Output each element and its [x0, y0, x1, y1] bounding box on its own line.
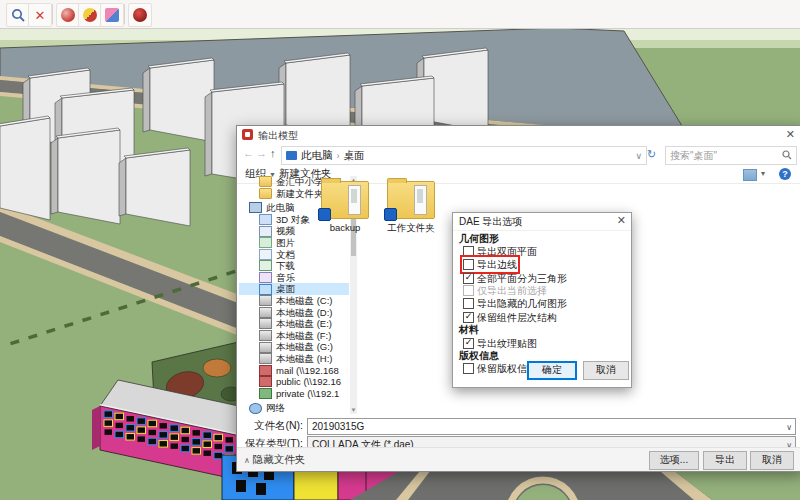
- sidebar-item-label: 音乐: [276, 272, 295, 284]
- sidebar-item[interactable]: 本地磁盘 (E:): [239, 318, 349, 330]
- checkbox-row: 全部平面分为三角形: [459, 271, 627, 284]
- checkbox[interactable]: [463, 298, 474, 309]
- sidebar-item[interactable]: 本地磁盘 (C:): [239, 295, 349, 307]
- paint-tool-icon[interactable]: [78, 3, 102, 27]
- desktop-icon: [259, 284, 272, 295]
- checkbox[interactable]: [463, 312, 474, 323]
- scroll-down-icon[interactable]: ▼: [350, 406, 357, 414]
- view-mode-icon[interactable]: [743, 169, 757, 181]
- sidebar-item[interactable]: 文档: [239, 249, 349, 261]
- options-button[interactable]: 选项...: [649, 451, 699, 470]
- sidebar-item[interactable]: 本地磁盘 (H:): [239, 353, 349, 365]
- close-icon[interactable]: ✕: [617, 214, 626, 227]
- sidebar-item-label: 下载: [276, 260, 295, 272]
- breadcrumb[interactable]: 此电脑 › 桌面 ∨: [281, 146, 647, 165]
- cancel-tool-icon[interactable]: ✕: [28, 3, 52, 27]
- up-icon[interactable]: ↑: [270, 147, 276, 159]
- dialog-titlebar[interactable]: 输出模型 ✕: [237, 126, 800, 144]
- shortcut-badge-icon: [318, 208, 331, 221]
- checkbox[interactable]: [463, 363, 474, 374]
- checkbox[interactable]: [463, 246, 474, 257]
- export-button[interactable]: 导出: [703, 451, 747, 470]
- sidebar-item[interactable]: 图片: [239, 237, 349, 249]
- forward-icon[interactable]: →: [256, 147, 267, 159]
- checkbox-label: 导出边线: [477, 258, 517, 271]
- folder-tile[interactable]: backup: [315, 181, 375, 233]
- dialog-title: 输出模型: [258, 129, 298, 143]
- orbit-tool-icon[interactable]: [56, 3, 80, 27]
- drive-icon: [259, 353, 272, 364]
- address-dropdown-icon[interactable]: ∨: [635, 151, 642, 161]
- chevron-down-icon[interactable]: ∨: [786, 420, 792, 435]
- section-header: 几何图形: [459, 232, 627, 245]
- dae-titlebar[interactable]: DAE 导出选项 ✕: [453, 213, 631, 231]
- checkbox-label: 仅导出当前选择: [477, 284, 547, 297]
- checkbox-label: 导出隐藏的几何图形: [477, 297, 567, 310]
- cancel-button[interactable]: 取消: [750, 451, 794, 470]
- folder-icon: [259, 176, 272, 187]
- ok-button[interactable]: 确定: [527, 361, 577, 380]
- material-tool-icon[interactable]: [128, 3, 152, 27]
- sidebar-item-label: mail (\\192.168: [276, 365, 339, 377]
- sidebar-item-label: private (\\192.1: [276, 388, 339, 400]
- netdrive-red-icon: [259, 365, 272, 376]
- search-icon[interactable]: [782, 150, 792, 162]
- sidebar-item[interactable]: 本地磁盘 (D:): [239, 307, 349, 319]
- netdrive-red-icon: [259, 376, 272, 387]
- sidebar-item[interactable]: private (\\192.1: [239, 388, 349, 400]
- view-caret-icon[interactable]: ▾: [761, 169, 765, 178]
- sidebar-item[interactable]: public (\\192.16: [239, 376, 349, 388]
- dae-options-body: 几何图形导出双面平面导出边线全部平面分为三角形仅导出当前选择导出隐藏的几何图形保…: [459, 232, 627, 375]
- search-input[interactable]: 搜索"桌面": [665, 146, 797, 165]
- breadcrumb-separator: ›: [337, 151, 340, 161]
- sidebar-item-label: 本地磁盘 (C:): [276, 295, 332, 307]
- breadcrumb-current[interactable]: 桌面: [344, 149, 365, 163]
- objects3d-icon: [259, 214, 272, 225]
- documents-icon: [259, 249, 272, 260]
- checkbox-row: 导出隐藏的几何图形: [459, 297, 627, 310]
- checkbox-row: 导出边线: [459, 258, 627, 271]
- sidebar-item[interactable]: 本地磁盘 (G:): [239, 341, 349, 353]
- sidebar-item[interactable]: 本地磁盘 (F:): [239, 330, 349, 342]
- folder-tile[interactable]: 工作文件夹: [381, 181, 441, 235]
- filename-row: 文件名(N): 20190315G ∨: [237, 418, 800, 434]
- help-icon[interactable]: ?: [779, 168, 791, 180]
- sidebar-item-label: 本地磁盘 (H:): [276, 353, 332, 365]
- sidebar-item[interactable]: mail (\\192.168: [239, 365, 349, 377]
- folder-name: backup: [315, 222, 375, 233]
- sidebar-item[interactable]: 下载: [239, 260, 349, 272]
- breadcrumb-root[interactable]: 此电脑: [301, 149, 333, 163]
- export-model-icon: [242, 129, 253, 140]
- back-icon[interactable]: ←: [243, 147, 254, 159]
- hide-folders-button[interactable]: ∧ 隐藏文件夹: [244, 453, 305, 467]
- section-header: 材料: [459, 323, 627, 336]
- dae-cancel-button[interactable]: 取消: [583, 361, 629, 380]
- search-placeholder: 搜索"桌面": [670, 149, 717, 163]
- sidebar-item[interactable]: 音乐: [239, 272, 349, 284]
- music-icon: [259, 272, 272, 283]
- shortcut-badge-icon: [384, 208, 397, 221]
- checkbox[interactable]: [463, 338, 474, 349]
- checkbox-label: 保留组件层次结构: [477, 311, 557, 324]
- sidebar-item[interactable]: 网络: [239, 402, 349, 414]
- sidebar-item-label: 本地磁盘 (F:): [276, 330, 331, 342]
- dae-dialog-title: DAE 导出选项: [459, 215, 522, 229]
- zoom-tool-icon[interactable]: [6, 3, 30, 27]
- drive-icon: [259, 318, 272, 329]
- checkbox-row: 导出双面平面: [459, 245, 627, 258]
- folder-icon: [259, 188, 272, 199]
- filename-input[interactable]: 20190315G ∨: [307, 418, 796, 435]
- sidebar-item[interactable]: 桌面: [239, 283, 349, 295]
- drive-icon: [259, 307, 272, 318]
- downloads-icon: [259, 260, 272, 271]
- sketchup-toolbar: ✕: [0, 0, 800, 29]
- sidebar-item-label: 本地磁盘 (E:): [276, 318, 332, 330]
- network-icon: [249, 403, 262, 414]
- close-icon[interactable]: ✕: [786, 128, 795, 141]
- refresh-icon[interactable]: ↻: [647, 148, 656, 161]
- checkbox[interactable]: [463, 259, 474, 270]
- checkbox[interactable]: [463, 273, 474, 284]
- this-pc-icon: [286, 151, 297, 160]
- texture-tool-icon[interactable]: [100, 3, 124, 27]
- sketchup-window: { "app": { "title": "输出模型", "toolbar_ico…: [0, 0, 800, 500]
